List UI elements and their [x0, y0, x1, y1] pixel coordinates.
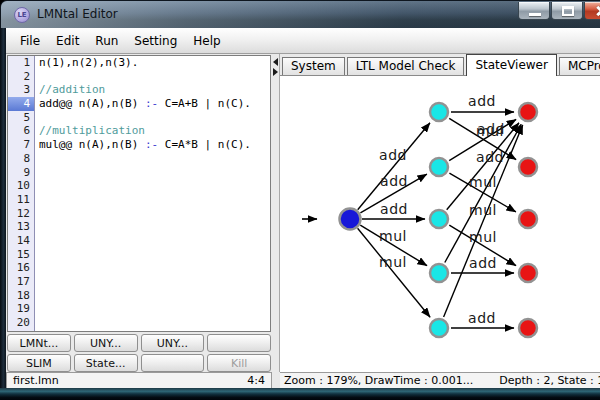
state-node-intermediate[interactable] [430, 319, 448, 337]
right-pane-tab-bar: SystemLTL Model CheckStateViewerMCProfil… [280, 54, 600, 76]
code-segment-plain: C=A+B | n(C). [158, 97, 251, 110]
state-graph-canvas[interactable]: addaddaddmulmuladdmuladdmuladdmuladdmula… [280, 76, 600, 372]
run-button-lmnt[interactable]: LMNt... [7, 334, 71, 352]
code-line [39, 302, 270, 316]
menu-item-help[interactable]: Help [185, 28, 228, 53]
line-number: 3 [8, 83, 34, 97]
code-line: //addition [39, 83, 270, 97]
transition-label-add: add [380, 201, 408, 217]
run-button-panel: LMNt...UNY...UNY...SLIMState...Kill [7, 334, 271, 372]
menu-item-file[interactable]: File [12, 28, 48, 53]
line-number: 4 [8, 97, 34, 111]
state-node-intermediate[interactable] [430, 210, 448, 228]
app-icon: LE [14, 7, 30, 23]
state-node-intermediate[interactable] [430, 103, 448, 121]
code-segment-comment: //addition [39, 83, 105, 96]
code-line [39, 152, 270, 166]
code-line [39, 111, 270, 125]
transition-label-add: add [380, 173, 408, 189]
state-node-final[interactable] [519, 319, 537, 337]
code-segment-plain: add@@ n(A),n(B) [39, 97, 145, 110]
line-number: 5 [8, 111, 34, 125]
code-segment-plain: n(1),n(2),n(3). [39, 56, 138, 69]
code-line [39, 193, 270, 207]
code-line [39, 166, 270, 180]
transition-label-mul: mul [469, 174, 497, 190]
state-node-intermediate[interactable] [430, 264, 448, 282]
menu-item-run[interactable]: Run [87, 28, 126, 53]
transition-label-add: add [379, 147, 407, 163]
transition-label-mul: mul [379, 228, 407, 244]
code-line [39, 261, 270, 275]
run-button-empty[interactable] [141, 354, 205, 372]
line-number: 7 [8, 138, 34, 152]
run-button-uny[interactable]: UNY... [74, 334, 138, 352]
lmntal-editor-window: LE LMNtal Editor FileEditRunSettingHelp … [0, 0, 600, 400]
transition-edge-s0-c1 [358, 123, 430, 210]
code-line [39, 248, 270, 262]
transition-label-add: add [468, 93, 496, 109]
code-text-area[interactable]: n(1),n(2),n(3).//additionadd@@ n(A),n(B)… [35, 56, 270, 331]
transition-label-add: add [477, 121, 505, 137]
code-segment-plain: C=A*B | n(C). [158, 138, 251, 151]
state-node-final[interactable] [519, 210, 537, 228]
code-segment-keyword: :- [145, 138, 158, 151]
code-line: n(1),n(2),n(3). [39, 56, 270, 70]
state-node-final[interactable] [519, 103, 537, 121]
zoom-drawtime-status: Zoom : 179%, DrawTime : 0.001... [284, 374, 473, 387]
window-title: LMNtal Editor [37, 7, 118, 21]
line-number: 6 [8, 124, 34, 138]
state-node-initial[interactable] [340, 209, 361, 230]
line-number: 2 [8, 70, 34, 84]
code-editor[interactable]: 1234567891011121314151617181920 n(1),n(2… [7, 55, 271, 332]
minimize-button[interactable] [518, 2, 550, 20]
maximize-button[interactable] [551, 2, 583, 20]
state-node-final[interactable] [519, 158, 537, 176]
run-button-slim[interactable]: SLIM [7, 354, 71, 372]
depth-state-status: Depth : 2, State : 11, (End : [499, 374, 600, 387]
transition-label-add: add [476, 149, 504, 165]
run-button-uny[interactable]: UNY... [141, 334, 205, 352]
line-number: 8 [8, 152, 34, 166]
line-number: 13 [8, 220, 34, 234]
menu-bar: FileEditRunSettingHelp [6, 28, 600, 54]
code-line [39, 220, 270, 234]
close-button[interactable] [584, 2, 600, 20]
line-number-gutter: 1234567891011121314151617181920 [8, 56, 35, 331]
cursor-position: 4:4 [247, 374, 265, 387]
code-line [39, 179, 270, 193]
line-number: 15 [8, 248, 34, 262]
state-node-intermediate[interactable] [430, 158, 448, 176]
transition-label-add: add [469, 255, 497, 271]
transition-label-mul: mul [469, 202, 497, 218]
line-number: 19 [8, 302, 34, 316]
minimize-icon [529, 13, 541, 16]
line-number: 9 [8, 166, 34, 180]
title-bar[interactable]: LE LMNtal Editor [0, 0, 600, 28]
line-number: 1 [8, 56, 34, 70]
line-number: 10 [8, 179, 34, 193]
state-node-final[interactable] [519, 264, 537, 282]
state-graph: addaddaddmulmuladdmuladdmuladdmuladdmula… [280, 76, 600, 372]
code-line [39, 316, 270, 330]
code-segment-plain: mul@@ n(A),n(B) [39, 138, 145, 151]
line-number: 18 [8, 289, 34, 303]
menu-item-edit[interactable]: Edit [48, 28, 87, 53]
code-line: mul@@ n(A),n(B) :- C=A*B | n(C). [39, 138, 270, 152]
viewer-status-bar: Zoom : 179%, DrawTime : 0.001... Depth :… [280, 372, 600, 388]
transition-label-mul: mul [469, 229, 497, 245]
close-icon [595, 5, 600, 17]
line-number: 16 [8, 261, 34, 275]
window-controls [518, 2, 600, 20]
code-line [39, 207, 270, 221]
tab-ltl-model-check[interactable]: LTL Model Check [347, 57, 465, 75]
splitter-expand-right-icon[interactable] [273, 68, 278, 76]
tab-system[interactable]: System [282, 57, 345, 75]
tab-stateviewer[interactable]: StateViewer [466, 54, 557, 76]
menu-item-setting[interactable]: Setting [126, 28, 185, 53]
run-button-empty[interactable] [207, 334, 271, 352]
run-button-state[interactable]: State... [74, 354, 138, 372]
line-number: 12 [8, 207, 34, 221]
tab-mcprofiler[interactable]: MCProfiler [559, 57, 600, 75]
splitter-collapse-left-icon[interactable] [273, 58, 278, 66]
